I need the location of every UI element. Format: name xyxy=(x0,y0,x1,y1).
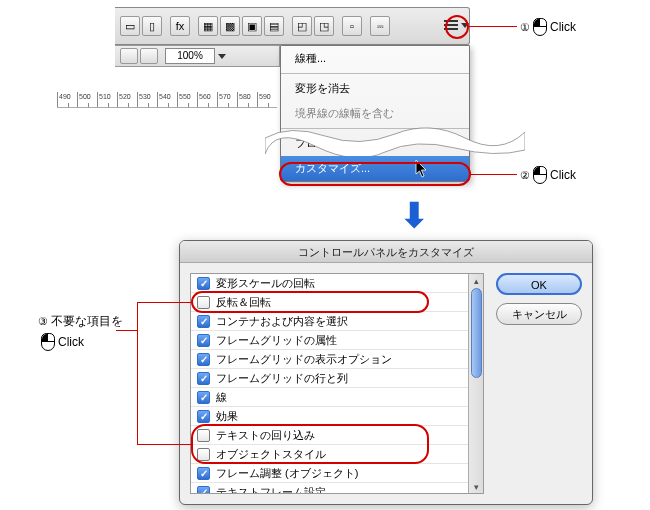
annotation-text: Click xyxy=(550,168,576,182)
annotation-text: Click xyxy=(550,20,576,34)
ok-button[interactable]: OK xyxy=(496,273,582,295)
annotation-text: Click xyxy=(58,335,84,349)
control-panel-toolbar: ▭ ▯ fx ▦ ▩ ▣ ▤ ◰ ◳ ▫ ⎓ xyxy=(115,7,470,45)
mouse-click-icon xyxy=(533,166,547,184)
mouse-click-icon xyxy=(533,18,547,36)
list-item[interactable]: フレームグリッドの表示オプション xyxy=(191,350,483,369)
zoom-dropdown-icon[interactable] xyxy=(218,54,226,59)
mouse-click-icon xyxy=(41,333,55,351)
annotation-1: ① Click xyxy=(520,18,576,36)
callout-line xyxy=(137,302,191,303)
annotation-number: ② xyxy=(520,169,530,182)
annotation-number: ③ xyxy=(38,315,48,328)
callout-line xyxy=(469,26,517,27)
list-item-label: 変形スケールの回転 xyxy=(216,276,315,291)
ruler-tick: 580 xyxy=(237,92,257,107)
list-item[interactable]: 線 xyxy=(191,388,483,407)
flow-arrow-icon: ⬇ xyxy=(400,198,428,232)
ruler-tick: 540 xyxy=(157,92,177,107)
customize-control-panel-dialog: コントロールパネルをカスタマイズ 変形スケールの回転 反転＆回転 コンテナおよび… xyxy=(179,240,593,505)
ruler-tick: 530 xyxy=(137,92,157,107)
annotation-2: ② Click xyxy=(520,166,576,184)
callout-circle-1 xyxy=(445,15,469,39)
zoom-field[interactable]: 100% xyxy=(165,48,215,64)
menu-separator xyxy=(281,73,469,74)
checkbox-icon[interactable] xyxy=(197,315,210,328)
list-item[interactable]: コンテナおよび内容を選択 xyxy=(191,312,483,331)
scroll-down-icon[interactable]: ▾ xyxy=(469,480,483,493)
list-item-label: コンテナおよび内容を選択 xyxy=(216,314,348,329)
list-item-label: 線 xyxy=(216,390,227,405)
tool-icon[interactable]: ▯ xyxy=(142,16,162,36)
list-item[interactable]: テキストフレーム設定 xyxy=(191,483,483,494)
callout-oval-2 xyxy=(279,162,471,186)
callout-line xyxy=(137,302,138,445)
menu-item-clear-transform[interactable]: 変形を消去 xyxy=(281,76,469,101)
list-item-label: 効果 xyxy=(216,409,238,424)
tool-icon[interactable]: ⎓ xyxy=(370,16,390,36)
checkbox-icon[interactable] xyxy=(197,486,210,495)
tool-icon[interactable]: ▦ xyxy=(198,16,218,36)
list-item[interactable]: フレーム調整 (オブジェクト) xyxy=(191,464,483,483)
scroll-up-icon[interactable]: ▴ xyxy=(469,274,483,287)
list-item-label: フレームグリッドの属性 xyxy=(216,333,337,348)
checkbox-icon[interactable] xyxy=(197,467,210,480)
tool-icon[interactable]: fx xyxy=(170,16,190,36)
list-item-label: フレームグリッドの行と列 xyxy=(216,371,348,386)
tool-icon[interactable]: ▭ xyxy=(120,16,140,36)
ruler: 490 500 510 520 530 540 550 560 570 580 … xyxy=(57,92,277,108)
ruler-tick: 510 xyxy=(97,92,117,107)
callout-oval-3a xyxy=(191,291,429,313)
ruler-tick: 570 xyxy=(217,92,237,107)
annotation-text: 不要な項目を xyxy=(51,314,123,328)
list-item-label: テキストフレーム設定 xyxy=(216,485,326,495)
checkbox-icon[interactable] xyxy=(197,372,210,385)
torn-paper-effect xyxy=(265,124,525,158)
dialog-buttons: OK キャンセル xyxy=(484,273,582,494)
view-mode-button[interactable] xyxy=(120,48,138,64)
callout-line xyxy=(137,444,191,445)
list-item-label: フレーム調整 (オブジェクト) xyxy=(216,466,358,481)
tool-icon[interactable]: ◳ xyxy=(314,16,334,36)
checkbox-icon[interactable] xyxy=(197,334,210,347)
tool-icon[interactable]: ▤ xyxy=(264,16,284,36)
view-mode-button[interactable] xyxy=(140,48,158,64)
tool-icon[interactable]: ▣ xyxy=(242,16,262,36)
ruler-tick: 490 xyxy=(57,92,77,107)
checkbox-icon[interactable] xyxy=(197,410,210,423)
checkbox-icon[interactable] xyxy=(197,277,210,290)
ruler-tick: 500 xyxy=(77,92,97,107)
menu-item-stroke-style[interactable]: 線種... xyxy=(281,46,469,71)
dialog-title: コントロールパネルをカスタマイズ xyxy=(180,241,592,263)
scrollbar[interactable]: ▴ ▾ xyxy=(468,274,483,493)
list-item-label: フレームグリッドの表示オプション xyxy=(216,352,392,367)
callout-line xyxy=(471,174,517,175)
ruler-tick: 590 xyxy=(257,92,277,107)
list-item[interactable]: フレームグリッドの属性 xyxy=(191,331,483,350)
callout-oval-3b xyxy=(191,424,429,464)
ruler-tick: 560 xyxy=(197,92,217,107)
scrollbar-thumb[interactable] xyxy=(471,288,482,378)
menu-item-include-stroke[interactable]: 境界線の線幅を含む xyxy=(281,101,469,126)
ruler-tick: 550 xyxy=(177,92,197,107)
tool-icon[interactable]: ▩ xyxy=(220,16,240,36)
checkbox-icon[interactable] xyxy=(197,391,210,404)
list-item[interactable]: フレームグリッドの行と列 xyxy=(191,369,483,388)
ruler-tick: 520 xyxy=(117,92,137,107)
annotation-number: ① xyxy=(520,21,530,34)
cancel-button[interactable]: キャンセル xyxy=(496,303,582,325)
tool-icon[interactable]: ◰ xyxy=(292,16,312,36)
zoom-toolbar: 100% xyxy=(115,45,280,67)
annotation-3: ③ 不要な項目を Click xyxy=(38,313,123,351)
tool-icon[interactable]: ▫ xyxy=(342,16,362,36)
checkbox-icon[interactable] xyxy=(197,353,210,366)
